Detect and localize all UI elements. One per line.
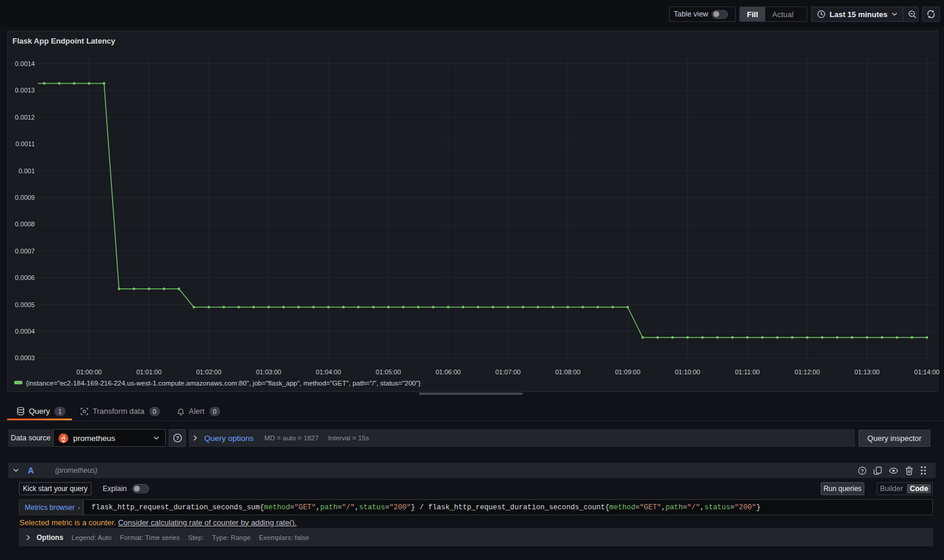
svg-text:01:05:00: 01:05:00 [376, 368, 401, 375]
svg-text:0.0013: 0.0013 [15, 87, 35, 94]
svg-text:01:13:00: 01:13:00 [854, 368, 880, 375]
svg-text:0.0011: 0.0011 [15, 140, 35, 147]
svg-text:01:02:00: 01:02:00 [196, 368, 221, 375]
svg-text:01:06:00: 01:06:00 [435, 368, 461, 375]
svg-text:?: ? [861, 467, 864, 473]
svg-text:01:10:00: 01:10:00 [675, 368, 700, 375]
svg-text:0.0012: 0.0012 [15, 114, 35, 121]
svg-text:01:01:00: 01:01:00 [136, 368, 162, 375]
svg-text:01:04:00: 01:04:00 [316, 368, 341, 375]
svg-text:01:00:00: 01:00:00 [77, 368, 102, 375]
svg-text:0.001: 0.001 [18, 167, 35, 174]
svg-text:?: ? [176, 435, 179, 441]
svg-text:01:07:00: 01:07:00 [496, 368, 521, 375]
svg-text:0.0003: 0.0003 [15, 354, 35, 361]
svg-text:01:11:00: 01:11:00 [735, 368, 760, 375]
svg-text:01:03:00: 01:03:00 [256, 368, 281, 375]
svg-text:0.0004: 0.0004 [15, 328, 35, 335]
svg-text:0.0005: 0.0005 [15, 301, 35, 308]
svg-text:0.0008: 0.0008 [15, 220, 35, 228]
svg-text:{instance="ec2-184-169-216-224: {instance="ec2-184-169-216-224.us-west-1… [26, 380, 421, 387]
svg-text:01:14:00: 01:14:00 [914, 368, 940, 375]
svg-text:0.0006: 0.0006 [15, 274, 35, 281]
svg-text:01:08:00: 01:08:00 [555, 368, 581, 375]
svg-text:01:12:00: 01:12:00 [795, 368, 820, 375]
svg-text:0.0014: 0.0014 [15, 60, 35, 67]
svg-text:01:09:00: 01:09:00 [615, 368, 640, 375]
svg-text:0.0009: 0.0009 [15, 194, 35, 201]
svg-text:0.0007: 0.0007 [15, 248, 35, 255]
